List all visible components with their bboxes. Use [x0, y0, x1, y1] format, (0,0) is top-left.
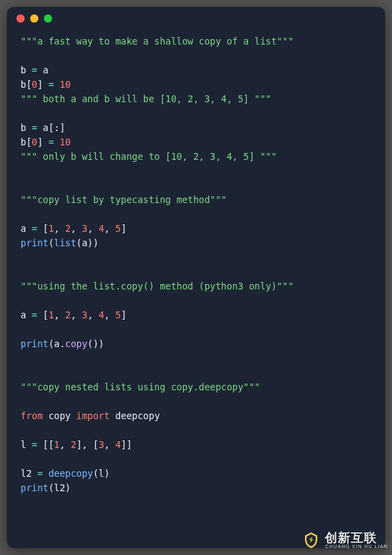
watermark-logo-icon [302, 530, 321, 550]
watermark: 创新互联 CHUANG XIN HU LIAN [302, 530, 388, 550]
code-block: """a fast way to make a shallow copy of … [7, 30, 385, 509]
watermark-sub: CHUANG XIN HU LIAN [325, 544, 388, 549]
code-window: """a fast way to make a shallow copy of … [7, 7, 385, 548]
watermark-text: 创新互联 CHUANG XIN HU LIAN [325, 532, 388, 549]
close-icon[interactable] [16, 14, 25, 23]
maximize-icon[interactable] [44, 14, 52, 23]
minimize-icon[interactable] [30, 14, 38, 23]
watermark-brand: 创新互联 [325, 532, 388, 544]
window-titlebar [7, 7, 385, 30]
